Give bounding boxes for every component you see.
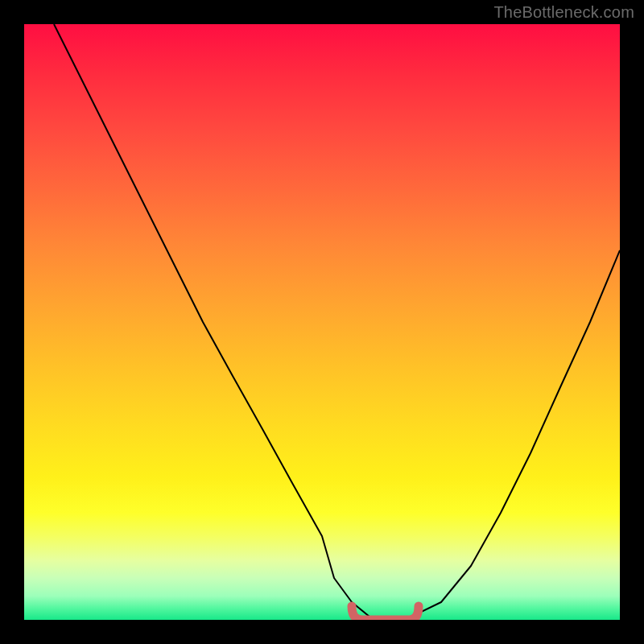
optimal-range-marker bbox=[352, 606, 419, 620]
curve-path bbox=[54, 24, 620, 620]
chart-plot-area bbox=[24, 24, 620, 620]
watermark-text: TheBottleneck.com bbox=[493, 3, 634, 22]
bottleneck-curve bbox=[24, 24, 620, 620]
chart-frame: TheBottleneck.com bbox=[0, 0, 644, 644]
